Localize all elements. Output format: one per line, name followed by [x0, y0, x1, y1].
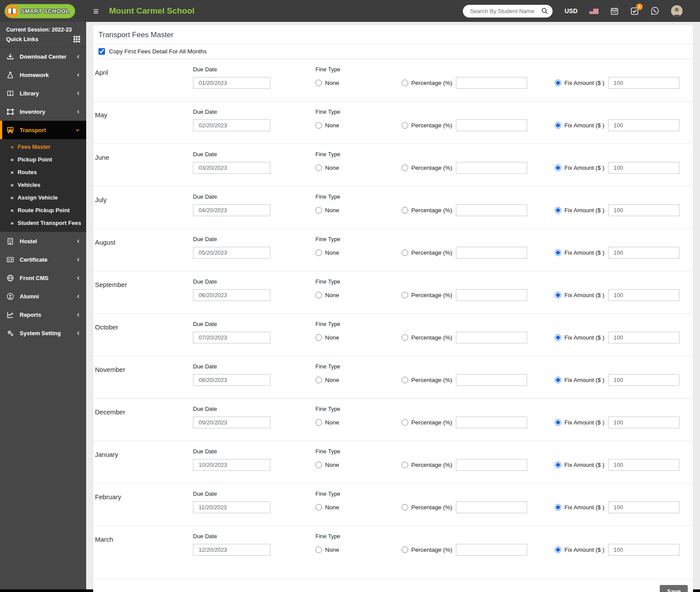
- due-date-input[interactable]: [193, 374, 270, 386]
- fine-fix-amount-option[interactable]: Fix Amount ($ ): [555, 292, 605, 298]
- fix-amount-input[interactable]: [608, 374, 679, 386]
- fix-amount-radio[interactable]: [555, 334, 561, 341]
- fine-percentage-option[interactable]: Percentage (%): [402, 334, 452, 341]
- fix-amount-radio[interactable]: [555, 546, 561, 553]
- fine-fix-amount-option[interactable]: Fix Amount ($ ): [555, 249, 605, 256]
- due-date-input[interactable]: [193, 289, 270, 301]
- fine-none-option[interactable]: None: [315, 501, 402, 513]
- sidebar-subitem-routes[interactable]: » Routes: [0, 166, 86, 179]
- fix-amount-radio[interactable]: [555, 292, 561, 298]
- sidebar-subitem-route-pickup-point[interactable]: » Route Pickup Point: [0, 204, 86, 217]
- fine-percentage-option[interactable]: Percentage (%): [402, 207, 452, 214]
- fix-amount-input[interactable]: [608, 162, 679, 174]
- percentage-radio[interactable]: [402, 419, 408, 426]
- percentage-input[interactable]: [456, 501, 527, 513]
- percentage-input[interactable]: [456, 247, 527, 259]
- due-date-input[interactable]: [193, 417, 270, 428]
- sidebar-item-front-cms[interactable]: Front CMS: [0, 269, 86, 287]
- fix-amount-radio[interactable]: [555, 165, 561, 171]
- none-radio[interactable]: [315, 334, 322, 341]
- none-radio[interactable]: [315, 80, 322, 86]
- fine-fix-amount-option[interactable]: Fix Amount ($ ): [555, 462, 605, 468]
- sidebar-item-certificate[interactable]: Certificate: [0, 250, 86, 269]
- percentage-input[interactable]: [456, 417, 527, 428]
- fix-amount-radio[interactable]: [555, 462, 561, 468]
- percentage-input[interactable]: [456, 544, 527, 556]
- fix-amount-input[interactable]: [608, 459, 679, 471]
- sidebar-item-transport[interactable]: Transport: [0, 121, 86, 139]
- percentage-radio[interactable]: [402, 207, 408, 214]
- percentage-input[interactable]: [456, 204, 527, 216]
- none-radio[interactable]: [315, 377, 322, 383]
- fine-percentage-option[interactable]: Percentage (%): [402, 249, 452, 256]
- calendar-icon[interactable]: [610, 7, 619, 15]
- due-date-input[interactable]: [193, 544, 270, 556]
- percentage-input[interactable]: [456, 459, 527, 471]
- fine-percentage-option[interactable]: Percentage (%): [402, 462, 452, 468]
- percentage-radio[interactable]: [402, 462, 408, 468]
- fix-amount-input[interactable]: [608, 77, 679, 89]
- menu-toggle-icon[interactable]: ≡: [93, 7, 98, 16]
- due-date-input[interactable]: [193, 162, 270, 174]
- none-radio[interactable]: [315, 292, 322, 298]
- sidebar-item-system-setting[interactable]: System Setting: [0, 324, 86, 342]
- fix-amount-radio[interactable]: [555, 377, 561, 383]
- fine-none-option[interactable]: None: [315, 332, 402, 343]
- app-logo[interactable]: SMART SCHOOL: [0, 0, 86, 22]
- none-radio[interactable]: [315, 165, 322, 171]
- language-flag-icon[interactable]: [589, 8, 598, 14]
- due-date-input[interactable]: [193, 459, 270, 471]
- none-radio[interactable]: [315, 207, 322, 214]
- none-radio[interactable]: [315, 122, 322, 129]
- percentage-input[interactable]: [456, 374, 527, 386]
- percentage-input[interactable]: [456, 77, 527, 89]
- fine-none-option[interactable]: None: [315, 204, 402, 216]
- due-date-input[interactable]: [193, 501, 270, 513]
- fine-percentage-option[interactable]: Percentage (%): [402, 292, 452, 298]
- due-date-input[interactable]: [193, 119, 270, 131]
- fine-fix-amount-option[interactable]: Fix Amount ($ ): [555, 504, 605, 511]
- fine-none-option[interactable]: None: [315, 544, 402, 556]
- fine-fix-amount-option[interactable]: Fix Amount ($ ): [555, 122, 605, 129]
- fine-fix-amount-option[interactable]: Fix Amount ($ ): [555, 80, 605, 86]
- sidebar-subitem-student-transport-fees[interactable]: » Student Transport Fees: [0, 217, 86, 229]
- search-input[interactable]: [469, 7, 541, 15]
- sidebar-subitem-fees-master[interactable]: » Fees Master: [0, 140, 86, 153]
- fix-amount-radio[interactable]: [555, 419, 561, 426]
- fine-none-option[interactable]: None: [315, 162, 402, 174]
- none-radio[interactable]: [315, 504, 322, 511]
- copy-fees-option[interactable]: Copy First Fees Detail For All Months: [93, 44, 693, 59]
- fix-amount-input[interactable]: [608, 332, 679, 343]
- save-button[interactable]: Save: [660, 585, 688, 592]
- fine-percentage-option[interactable]: Percentage (%): [402, 165, 452, 171]
- fine-percentage-option[interactable]: Percentage (%): [402, 504, 452, 511]
- percentage-radio[interactable]: [402, 504, 408, 511]
- due-date-input[interactable]: [193, 332, 270, 343]
- percentage-radio[interactable]: [402, 122, 408, 129]
- none-radio[interactable]: [315, 462, 322, 468]
- fine-fix-amount-option[interactable]: Fix Amount ($ ): [555, 165, 605, 171]
- fix-amount-radio[interactable]: [555, 80, 561, 86]
- percentage-radio[interactable]: [402, 249, 408, 256]
- fix-amount-input[interactable]: [608, 247, 679, 259]
- fine-none-option[interactable]: None: [315, 77, 402, 89]
- percentage-input[interactable]: [456, 289, 527, 301]
- search-icon[interactable]: [541, 7, 548, 14]
- sidebar-subitem-vehicles[interactable]: » Vehicles: [0, 179, 86, 191]
- fine-none-option[interactable]: None: [315, 374, 402, 386]
- fine-percentage-option[interactable]: Percentage (%): [402, 377, 452, 383]
- percentage-radio[interactable]: [402, 334, 408, 341]
- percentage-radio[interactable]: [402, 292, 408, 298]
- percentage-input[interactable]: [456, 119, 527, 131]
- fix-amount-input[interactable]: [608, 544, 679, 556]
- fix-amount-input[interactable]: [608, 204, 679, 216]
- quick-links-grid-icon[interactable]: [74, 36, 80, 42]
- due-date-input[interactable]: [193, 247, 270, 259]
- fine-percentage-option[interactable]: Percentage (%): [402, 546, 452, 553]
- fine-none-option[interactable]: None: [315, 459, 402, 471]
- fine-none-option[interactable]: None: [315, 119, 402, 131]
- sidebar-subitem-pickup-point[interactable]: » Pickup Point: [0, 153, 86, 166]
- fix-amount-input[interactable]: [608, 501, 679, 513]
- fine-fix-amount-option[interactable]: Fix Amount ($ ): [555, 377, 605, 383]
- none-radio[interactable]: [315, 249, 322, 256]
